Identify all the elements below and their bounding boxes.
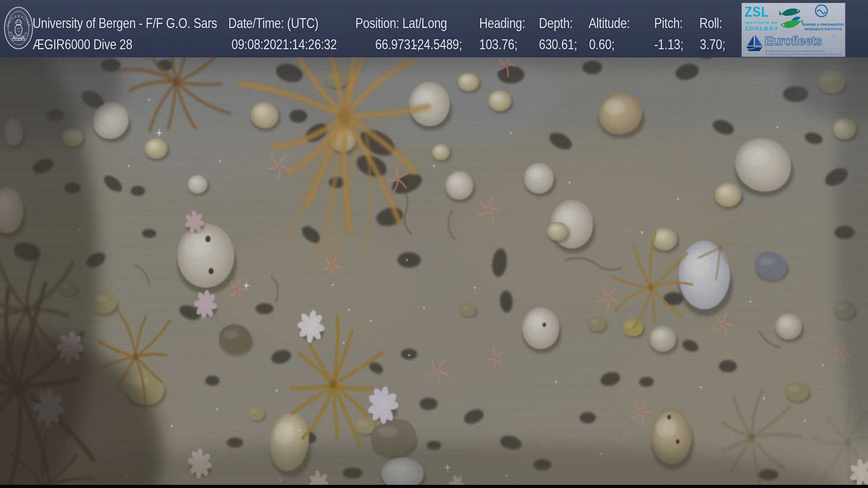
pitch-label: Pitch: xyxy=(654,15,683,32)
zsl-zoology-label: ZOOLOGY xyxy=(745,26,779,32)
dive-title: ÆGIR6000 Dive 28 xyxy=(33,36,132,53)
vessel-title: University of Bergen - F/F G.O. Sars xyxy=(33,15,217,32)
mfri-name-line1: MARINE & FRESHWATER xyxy=(802,23,844,27)
altitude-value: 0.60; xyxy=(589,36,614,53)
mfri-fish-emblem-icon xyxy=(778,4,804,34)
heading-label: Heading: xyxy=(479,15,525,32)
university-of-bergen-seal-icon: UNIVERSITAS BERGENSIS xyxy=(4,5,33,52)
latitude-value: 66.9731; xyxy=(375,36,420,53)
rov-video-frame: UNIVERSITAS BERGENSIS University of Berg… xyxy=(0,0,868,488)
depth-value: 630.61; xyxy=(539,36,577,53)
seafloor-scene xyxy=(0,0,868,488)
datetime-label: Date/Time: (UTC) xyxy=(228,15,318,32)
eurofleets-tagline-line2: to meet the evolving needs of the resear… xyxy=(765,53,842,56)
zsl-logo: ZSL xyxy=(745,5,769,19)
video-letterbox-bottom xyxy=(0,485,868,488)
mfri-name-line2: RESEARCH INSTITUTE xyxy=(802,28,844,32)
altitude-label: Altitude: xyxy=(589,15,630,32)
eurofleets-plus-icon: + xyxy=(831,32,836,41)
position-label: Position: Lat/Long xyxy=(355,15,447,32)
eurofleets-logo: Eurofleets xyxy=(764,35,822,47)
roll-label: Roll: xyxy=(699,15,722,32)
eurofleets-tagline-line1: An alliance of European marine research … xyxy=(765,50,825,52)
mfri-wave-icon xyxy=(813,3,830,21)
longitude-value: -24.5489; xyxy=(414,36,462,53)
eurofleets-ship-icon xyxy=(743,33,765,54)
datetime-value: 09:08:2021:14:26:32 xyxy=(231,36,337,53)
heading-value: 103.76; xyxy=(479,36,518,53)
pitch-value: -1.13; xyxy=(654,36,684,53)
zsl-institute-label: INSTITUTE OF xyxy=(745,21,778,25)
roll-value: 3.70; xyxy=(700,36,725,53)
institution-logo-panel: ZSL INSTITUTE OF ZOOLOGY MARINE & FRESHW… xyxy=(741,3,845,57)
depth-label: Depth: xyxy=(539,15,573,32)
telemetry-overlay-bar: UNIVERSITAS BERGENSIS University of Berg… xyxy=(0,0,868,57)
